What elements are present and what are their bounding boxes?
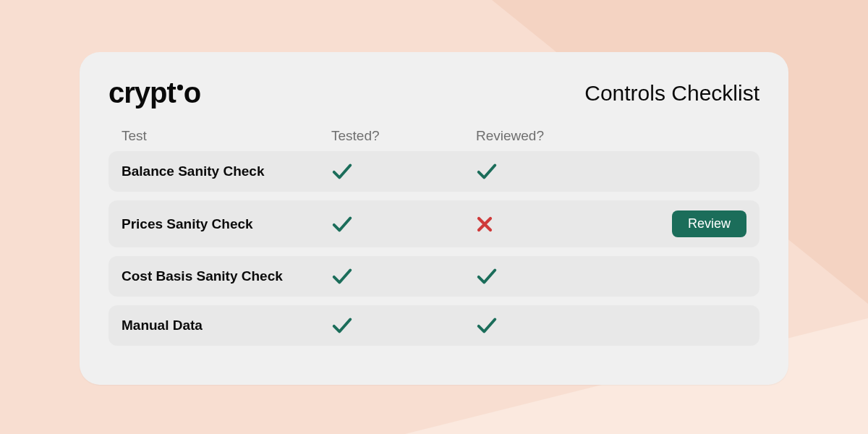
table-column-headers: Test Tested? Reviewed?	[109, 128, 760, 151]
reviewed-status	[476, 216, 621, 233]
review-button[interactable]: Review	[672, 210, 746, 237]
page-title: Controls Checklist	[584, 81, 760, 106]
cross-icon	[476, 216, 493, 233]
card-header: crypto Controls Checklist	[109, 77, 760, 109]
column-header-reviewed: Reviewed?	[476, 128, 621, 144]
table-row: Prices Sanity Check Review	[109, 200, 760, 247]
brand-logo: crypto	[109, 77, 200, 109]
tested-status	[331, 267, 476, 286]
check-icon	[331, 215, 353, 234]
check-icon	[331, 162, 353, 181]
tested-status	[331, 162, 476, 181]
test-name: Cost Basis Sanity Check	[122, 268, 331, 284]
test-name: Manual Data	[122, 318, 331, 333]
check-icon	[476, 316, 498, 335]
brand-text-part1: crypt	[109, 77, 176, 109]
brand-text-part2: o	[184, 77, 200, 109]
test-name: Prices Sanity Check	[122, 216, 331, 232]
table-row: Balance Sanity Check	[109, 151, 760, 192]
table-row: Manual Data	[109, 305, 760, 346]
controls-checklist-card: crypto Controls Checklist Test Tested? R…	[80, 52, 788, 385]
check-icon	[331, 316, 353, 335]
reviewed-status	[476, 162, 621, 181]
tested-status	[331, 316, 476, 335]
check-icon	[331, 267, 353, 286]
reviewed-status	[476, 316, 621, 335]
column-header-test: Test	[122, 128, 331, 144]
test-name: Balance Sanity Check	[122, 163, 331, 179]
table-row: Cost Basis Sanity Check	[109, 256, 760, 297]
checklist-rows: Balance Sanity Check Prices Sanity Check…	[109, 151, 760, 346]
brand-dot-icon	[177, 85, 183, 90]
check-icon	[476, 267, 498, 286]
column-header-tested: Tested?	[331, 128, 476, 144]
check-icon	[476, 162, 498, 181]
row-action: Review	[621, 210, 746, 237]
reviewed-status	[476, 267, 621, 286]
tested-status	[331, 215, 476, 234]
